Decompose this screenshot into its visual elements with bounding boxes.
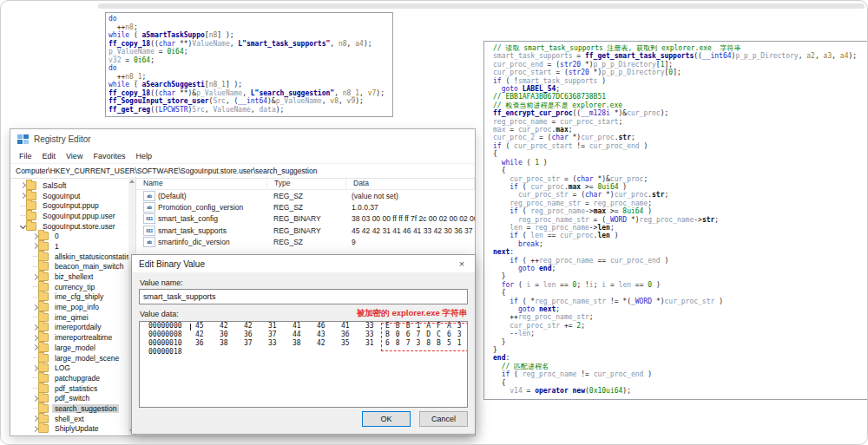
dialog-titlebar[interactable]: Edit Binary Value × [132, 255, 475, 272]
tree-item-LOG[interactable]: LOG [10, 363, 128, 373]
chevron-down-icon[interactable] [19, 224, 26, 228]
code-line: // 检查当前进程是不是 explorer.exe [493, 101, 868, 109]
ok-button[interactable]: OK [362, 411, 411, 427]
tree-item-ime_qimei[interactable]: ime_qimei [10, 312, 128, 323]
tree-dash-icon [31, 317, 38, 317]
close-icon[interactable]: × [449, 255, 475, 272]
tree-item-allskin_statusiconstatistics[interactable]: allskin_statusiconstatistics [10, 252, 128, 262]
folder-icon [38, 262, 49, 271]
code-line: if ( cur_proc.max >= 8ui64 ) [493, 183, 868, 191]
code-line: ff_get_reg((LPCWSTR)Src, ValueName, data… [108, 106, 392, 115]
code-line: do [108, 64, 392, 73]
code-line: --len; [493, 330, 868, 337]
code-line: // 读取 smart_task_supports 注册表, 获取到 explo… [493, 44, 868, 52]
tree-item-search_suggestion[interactable]: search_suggestion [10, 403, 128, 414]
tree-item-beacon_main_switch[interactable]: beacon_main_switch [10, 262, 128, 272]
menu-item-view[interactable]: View [61, 152, 88, 160]
chevron-right-icon[interactable] [19, 193, 26, 198]
ascii-highlight-box [381, 323, 468, 351]
folder-icon [38, 344, 49, 352]
edit-binary-value-dialog: Edit Binary Value × Value name: smart_ta… [131, 254, 476, 435]
address-path[interactable]: Computer\HKEY_CURRENT_USER\SOFTWARE\Sogo… [10, 164, 475, 178]
tree-item-SalSoft[interactable]: SalSoft [10, 180, 128, 191]
menu-item-edit[interactable]: Edit [37, 152, 62, 160]
column-header-name[interactable]: Name [136, 177, 267, 189]
code-line: ff_copy_18((char **)ValueName, L"smart_t… [108, 40, 392, 49]
folder-icon [38, 394, 49, 402]
dialog-title: Edit Binary Value [132, 259, 449, 269]
registry-key-tree: SalSoftSogouInputSogouInput.ppupSogouInp… [10, 177, 128, 435]
tree-item-shell_ext[interactable]: shell_ext [10, 414, 128, 424]
code-line: reg_proc_name = cur_proc_start; [493, 118, 868, 126]
code-line: cur_proc_end = (str20 *)p_p_p_Directory[… [493, 61, 868, 69]
value-row[interactable]: abPromotion_config_versionREG_SZ1.0.0.37 [136, 201, 475, 213]
value-row[interactable]: ab(Default)REG_SZ(value not set) [136, 190, 475, 201]
tree-item-large_model_scene[interactable]: large_model_scene [10, 353, 128, 363]
tree-item-ime_pop_info[interactable]: ime_pop_info [10, 302, 128, 312]
code-line: reg_proc_name_str = reg_proc_name; [493, 200, 868, 207]
annotated-pseudocode-panel: // 读取 smart_task_supports 注册表, 获取到 explo… [483, 41, 868, 400]
value-row[interactable]: absmartinfo_dic_versionREG_SZ9 [136, 237, 475, 248]
tree-item-imereportrealtime[interactable]: imereportrealtime [10, 332, 128, 343]
tree-item-biz_shellext[interactable]: biz_shellext [10, 272, 128, 282]
chevron-right-icon[interactable] [31, 325, 38, 330]
chevron-right-icon[interactable] [31, 244, 38, 248]
code-line: smart_task_supports = ff_get_smart_task_… [493, 52, 868, 60]
reg-sz-icon: ab [143, 191, 155, 201]
hex-editor[interactable]: 000000004542423141464133EBB1AFA300000008… [139, 321, 468, 408]
tree-dash-icon [31, 286, 38, 287]
value-row[interactable]: 011smart_task_supportsREG_BINARY45 42 42… [136, 225, 475, 236]
menu-item-favorites[interactable]: Favorites [88, 152, 130, 160]
chevron-right-icon[interactable] [31, 305, 38, 310]
code-line: if ( reg_proc_name != cur_proc_end ) [493, 370, 868, 378]
tree-item-0[interactable]: 0 [10, 231, 128, 241]
tree-item-ime_cfg_shiply[interactable]: ime_cfg_shiply [10, 292, 128, 303]
folder-icon [38, 232, 49, 240]
tree-item-1[interactable]: 1 [10, 241, 128, 252]
tree-item-SogouInput.ppup.user[interactable]: SogouInput.ppup.user [10, 211, 128, 221]
tree-dash-icon [31, 266, 38, 267]
chevron-right-icon[interactable] [31, 345, 38, 350]
code-line: } [493, 338, 868, 346]
code-line: } [493, 346, 868, 354]
tree-item-pdf_switch[interactable]: pdf_switch [10, 393, 128, 403]
top-divider [98, 3, 865, 9]
chevron-right-icon[interactable] [31, 234, 38, 239]
chevron-right-icon[interactable] [31, 336, 38, 340]
tree-item-imereportdaily[interactable]: imereportdaily [10, 323, 128, 333]
menu-item-file[interactable]: File [14, 152, 37, 160]
code-line: { [493, 167, 868, 174]
tree-dash-icon [31, 297, 38, 298]
chevron-right-icon[interactable] [19, 183, 26, 187]
menu-item-help[interactable]: Help [130, 152, 157, 160]
window-title: Registry Editor [34, 134, 91, 144]
tree-dash-icon [31, 388, 38, 389]
code-line: for ( i = len == 0; !i; i = len == 0 ) [493, 281, 868, 289]
code-line: cur_proc_str = (char *)cur_proc.str; [493, 191, 868, 199]
column-header-data[interactable]: Data [346, 177, 475, 189]
code-line: cur_proc_str = (char *)&cur_proc; [493, 175, 868, 183]
chevron-right-icon[interactable] [31, 366, 38, 370]
folder-icon [38, 415, 49, 423]
registry-titlebar[interactable]: Registry Editor [10, 129, 475, 148]
value-row[interactable]: 011smart_task_configREG_BINARY38 03 00 0… [136, 213, 475, 225]
chevron-right-icon[interactable] [31, 396, 38, 401]
value-data-label: Value data: [140, 310, 179, 318]
scroll-up-icon[interactable] [129, 180, 135, 183]
tree-item-pdf_statistics[interactable]: pdf_statistics [10, 383, 128, 394]
code-line: cur_proc_str += 2; [493, 322, 868, 330]
tree-item-ShiplyUpdate[interactable]: ShiplyUpdate [10, 424, 128, 435]
value-name-input[interactable]: smart_task_supports [139, 289, 468, 304]
cancel-button[interactable]: Cancel [419, 411, 468, 427]
tree-item-patchupgrade[interactable]: patchupgrade [10, 373, 128, 383]
folder-icon [38, 384, 49, 393]
tree-item-large_model[interactable]: large_model [10, 343, 128, 353]
folder-icon [38, 323, 49, 331]
chevron-right-icon[interactable] [31, 416, 38, 421]
chevron-right-icon[interactable] [31, 427, 38, 431]
tree-item-SogouInput.store.user[interactable]: SogouInput.store.user [10, 221, 128, 232]
tree-item-currency_tip[interactable]: currency_tip [10, 282, 128, 292]
chevron-right-icon[interactable] [31, 275, 38, 279]
ida-pseudocode-snippet: do ++n8;while ( aSmartTaskSuppo[n8] );ff… [105, 12, 393, 117]
column-header-type[interactable]: Type [267, 177, 346, 189]
